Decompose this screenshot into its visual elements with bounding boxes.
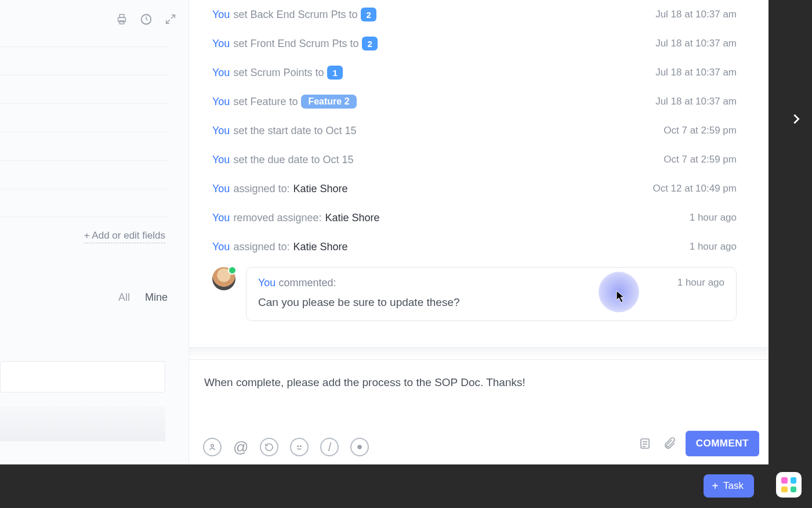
comment-composer: @ /	[189, 359, 768, 464]
activity-pill: Feature 2	[301, 95, 356, 109]
filter-mine[interactable]: Mine	[145, 291, 168, 304]
expand-icon[interactable]	[164, 13, 177, 26]
activity-row: You set the start date to Oct 15 Oct 7 a…	[212, 116, 737, 145]
activity-actor[interactable]: You	[212, 212, 230, 224]
slash-command-icon[interactable]: /	[320, 438, 339, 456]
activity-person[interactable]: Katie Shore	[325, 212, 379, 224]
activity-pill: 1	[327, 66, 342, 80]
add-edit-fields-link[interactable]: + Add or edit fields	[84, 230, 165, 243]
activity-verb: set Feature to	[233, 96, 298, 108]
left-bottom-gradient	[0, 406, 165, 441]
assign-comment-icon[interactable]	[203, 438, 222, 456]
mention-icon[interactable]: @	[233, 438, 248, 456]
activity-row: You set Front End Scrum Pts to 2 Jul 18 …	[212, 29, 737, 58]
comment-actor[interactable]: You	[258, 277, 276, 289]
activity-verb: set the due date to Oct 15	[233, 154, 353, 166]
activity-verb: assigned to:	[233, 183, 289, 195]
activity-composer-divider	[189, 347, 768, 359]
field-row[interactable]	[0, 189, 168, 217]
composer-right-actions: COMMENT	[637, 431, 759, 456]
activity-actor[interactable]: You	[212, 96, 230, 108]
attachment-card[interactable]	[0, 361, 165, 392]
activity-actor[interactable]: You	[212, 67, 230, 79]
activity-timestamp: Oct 7 at 2:59 pm	[664, 154, 737, 165]
activity-verb: removed assignee:	[233, 212, 321, 224]
activity-pane: You set Back End Scrum Pts to 2 Jul 18 a…	[189, 0, 768, 464]
filter-all[interactable]: All	[118, 291, 130, 304]
activity-actor[interactable]: You	[212, 125, 230, 137]
field-row[interactable]	[0, 75, 168, 103]
activity-verb: set Back End Scrum Pts to	[233, 9, 357, 21]
activity-verb: set Front End Scrum Pts to	[233, 38, 358, 50]
comment-body: Can you please be sure to update these?	[258, 296, 724, 309]
attachment-filter-tabs: All Mine	[118, 291, 168, 304]
activity-person[interactable]: Katie Shore	[293, 183, 347, 195]
activity-pill: 2	[362, 37, 377, 51]
app-launcher-button[interactable]	[776, 472, 802, 498]
composer-toolbar: @ /	[203, 438, 369, 456]
comment-card[interactable]: You commented: 1 hour ago Can you please…	[246, 267, 737, 321]
comment-submit-button[interactable]: COMMENT	[686, 431, 759, 456]
emoji-icon[interactable]	[290, 438, 309, 456]
avatar[interactable]	[212, 267, 235, 290]
activity-timestamp: Jul 18 at 10:37 am	[655, 96, 737, 107]
print-icon[interactable]	[115, 13, 128, 26]
activity-timestamp: Jul 18 at 10:37 am	[655, 67, 737, 78]
app-bottom-bar: + Task	[0, 470, 812, 508]
activity-row: You set the due date to Oct 15 Oct 7 at …	[212, 145, 737, 174]
svg-rect-0	[118, 17, 126, 21]
activity-timestamp: 1 hour ago	[690, 241, 737, 253]
field-row[interactable]	[0, 132, 168, 160]
record-icon[interactable]	[350, 438, 369, 456]
activity-row: You assigned to: Katie Shore 1 hour ago	[212, 232, 737, 261]
activity-row: You assigned to: Katie Shore Oct 12 at 1…	[212, 174, 737, 203]
activity-row: You set Scrum Points to 1 Jul 18 at 10:3…	[212, 58, 737, 87]
field-row[interactable]	[0, 46, 168, 75]
svg-point-4	[211, 445, 214, 448]
svg-point-7	[358, 445, 361, 449]
activity-actor[interactable]: You	[212, 154, 230, 166]
attachment-icon[interactable]	[661, 435, 677, 452]
left-toolbar	[115, 13, 177, 26]
plus-icon: +	[712, 480, 719, 492]
field-row[interactable]	[0, 160, 168, 189]
new-task-label: Task	[723, 480, 744, 492]
activity-actor[interactable]: You	[212, 38, 230, 50]
activity-actor[interactable]: You	[212, 241, 230, 253]
new-task-button[interactable]: + Task	[704, 474, 754, 498]
svg-rect-1	[119, 15, 124, 18]
comment-verb: commented:	[278, 277, 336, 289]
comment-input[interactable]	[204, 376, 745, 402]
activity-verb: assigned to:	[233, 241, 289, 253]
comment-timestamp: 1 hour ago	[677, 277, 724, 289]
activity-timestamp: Jul 18 at 10:37 am	[655, 9, 737, 20]
activity-verb: set Scrum Points to	[233, 67, 324, 79]
activity-timestamp: Oct 7 at 2:59 pm	[664, 125, 737, 136]
refresh-icon[interactable]	[260, 438, 278, 456]
activity-verb: set the start date to Oct 15	[233, 125, 356, 137]
next-task-button[interactable]	[788, 110, 805, 128]
activity-actor[interactable]: You	[212, 183, 230, 195]
comment-block: You commented: 1 hour ago Can you please…	[212, 267, 737, 321]
field-row[interactable]	[0, 103, 168, 132]
activity-row: You set Feature to Feature 2 Jul 18 at 1…	[212, 87, 737, 116]
custom-fields-list	[0, 46, 168, 217]
activity-pill: 2	[361, 8, 376, 21]
svg-point-6	[300, 446, 302, 447]
activity-timestamp: Jul 18 at 10:37 am	[655, 38, 737, 49]
activity-timestamp: 1 hour ago	[690, 212, 737, 224]
history-icon[interactable]	[140, 13, 153, 26]
left-fields-pane: + Add or edit fields All Mine	[0, 0, 189, 464]
activity-actor[interactable]: You	[212, 9, 230, 21]
activity-row: You set Back End Scrum Pts to 2 Jul 18 a…	[212, 0, 737, 29]
activity-person[interactable]: Katie Shore	[293, 241, 347, 253]
notes-icon[interactable]	[637, 435, 653, 452]
svg-point-5	[298, 446, 299, 447]
task-detail-panel: + Add or edit fields All Mine You set Ba…	[0, 0, 768, 464]
activity-timestamp: Oct 12 at 10:49 pm	[652, 183, 737, 194]
activity-row: You removed assignee: Katie Shore 1 hour…	[212, 203, 737, 232]
activity-list: You set Back End Scrum Pts to 2 Jul 18 a…	[212, 0, 737, 321]
svg-rect-2	[119, 21, 124, 24]
